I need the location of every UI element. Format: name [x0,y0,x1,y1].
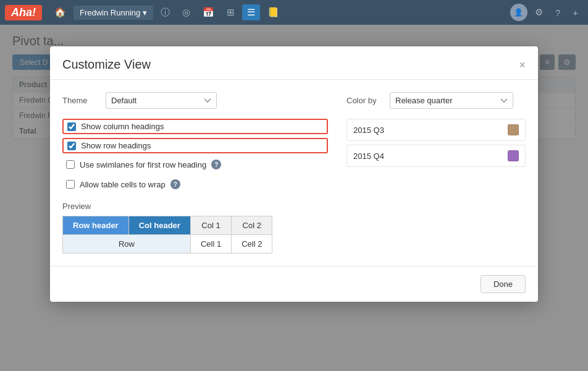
gear-icon: ⚙ [535,7,543,18]
app-logo[interactable]: Aha! [5,5,42,20]
preview-col2-cell: Col 2 [232,216,272,235]
help-icon: ? [555,7,560,18]
preview-data-row: Row Cell 1 Cell 2 [63,235,272,254]
modal-left-section: Theme DefaultCompactLarge Show column he… [62,92,328,254]
topnav: Aha! 🏠 Fredwin Running ▾ ⓘ ◎ 📅 ⊞ ☰ 📒 👤 ⚙… [0,0,588,25]
notebook-icon: 📒 [267,7,279,18]
preview-section: Preview Row header Col header Col 1 Col … [62,202,328,254]
color-by-label: Color by [346,96,384,105]
show-column-headings-row: Show column headings [62,119,328,134]
preview-cell1: Cell 1 [190,235,231,254]
chevron-down-icon: ▾ [143,8,147,17]
show-row-headings-checkbox[interactable] [67,142,76,150]
preview-header-row: Row header Col header Col 1 Col 2 [63,216,272,235]
theme-label: Theme [62,96,99,105]
show-column-headings-checkbox[interactable] [67,122,76,131]
show-column-headings-label[interactable]: Show column headings [81,122,164,131]
modal-header: Customize View × [50,46,538,80]
nav-list[interactable]: ☰ [242,4,260,20]
modal-right-section: Color by Release quarterFeature statusAs… [346,92,526,254]
preview-cell2: Cell 2 [232,235,272,254]
info-icon: ⓘ [161,7,170,19]
color-item-0: 2015 Q3 [346,119,526,141]
show-row-headings-row: Show row headings [62,138,328,153]
modal-title: Customize View [62,58,151,72]
modal-footer: Done [50,266,538,302]
theme-select[interactable]: DefaultCompactLarge [106,92,217,109]
list-icon: ☰ [247,7,255,18]
color-item-0-label: 2015 Q3 [353,126,384,135]
calendar-icon: 📅 [203,7,214,18]
preview-label: Preview [62,202,328,211]
modal-body: Theme DefaultCompactLarge Show column he… [50,80,538,266]
grid-icon: ⊞ [227,7,235,18]
preview-row-label: Row [63,235,191,254]
page-background: Pivot ta... Select D 📓 ≡ ⚙ Product nam F… [0,25,588,371]
wrap-checkbox[interactable] [66,180,75,189]
show-row-headings-label[interactable]: Show row headings [81,141,151,150]
color-items-list: 2015 Q3 2015 Q4 [346,119,526,167]
modal-overlay: Customize View × Theme DefaultCompactLar… [0,25,588,371]
checkbox-group: Show column headings Show row headings U… [62,119,328,192]
nav-project-selector[interactable]: Fredwin Running ▾ [74,6,153,20]
color-by-select[interactable]: Release quarterFeature statusAssignee [390,92,513,109]
settings-btn[interactable]: ⚙ [530,4,548,20]
nav-right-section: 👤 ⚙ ? + [510,4,583,21]
preview-table: Row header Col header Col 1 Col 2 Row Ce… [62,216,272,254]
swimlanes-help-icon[interactable]: ? [211,160,221,169]
nav-grid[interactable]: ⊞ [222,4,240,20]
wrap-row: Allow table cells to wrap ? [62,177,328,192]
color-item-1: 2015 Q4 [346,145,526,167]
nav-target[interactable]: ◎ [177,4,195,20]
theme-row: Theme DefaultCompactLarge [62,92,328,109]
user-avatar[interactable]: 👤 [510,4,527,21]
home-icon: 🏠 [54,7,66,18]
nav-info[interactable]: ⓘ [156,4,175,21]
color-item-0-swatch [508,124,519,135]
help-btn[interactable]: ? [550,5,565,20]
color-by-row: Color by Release quarterFeature statusAs… [346,92,526,109]
done-button[interactable]: Done [481,275,526,293]
add-btn[interactable]: + [568,5,583,20]
target-icon: ◎ [182,7,190,18]
nav-notebook[interactable]: 📒 [262,4,284,20]
wrap-help-icon[interactable]: ? [170,179,180,189]
customize-view-modal: Customize View × Theme DefaultCompactLar… [50,46,538,302]
color-item-1-label: 2015 Q4 [353,151,384,161]
modal-close-btn[interactable]: × [519,59,526,70]
swimlanes-checkbox[interactable] [66,160,75,169]
nav-home[interactable]: 🏠 [49,4,71,20]
preview-col-header-cell: Col header [128,216,190,235]
plus-icon: + [573,7,578,18]
preview-col1-cell: Col 1 [190,216,231,235]
preview-row-header-cell: Row header [63,216,129,235]
wrap-label[interactable]: Allow table cells to wrap [80,180,166,189]
swimlanes-row: Use swimlanes for first row heading ? [62,157,328,172]
color-item-1-swatch [508,150,519,161]
nav-calendar[interactable]: 📅 [198,4,219,20]
swimlanes-label[interactable]: Use swimlanes for first row heading [80,160,206,169]
